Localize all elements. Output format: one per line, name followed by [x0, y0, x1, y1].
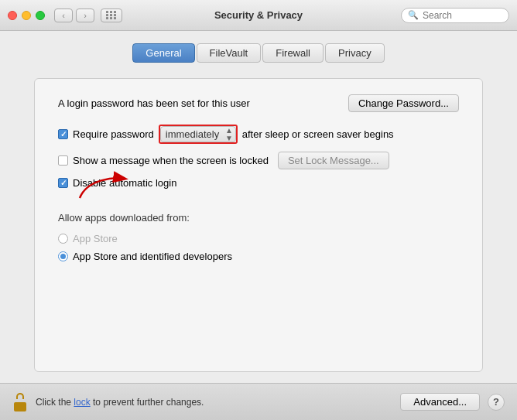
lock-text: Click the lock to prevent further change…: [36, 397, 392, 408]
login-password-text: A login password has been set for this u…: [58, 97, 250, 109]
content-area: General FileVault Firewall Privacy A log…: [0, 31, 517, 383]
require-password-label: Require password: [73, 128, 154, 140]
after-sleep-text: after sleep or screen saver begins: [242, 128, 394, 140]
lock-icon[interactable]: [12, 393, 28, 411]
disable-auto-login-checkbox[interactable]: [58, 178, 68, 188]
app-store-label: App Store: [73, 233, 118, 244]
immediately-dropdown[interactable]: immediately 5 seconds 1 minute 5 minutes…: [160, 126, 236, 142]
app-store-identified-radio[interactable]: [58, 251, 68, 261]
tab-bar: General FileVault Firewall Privacy: [132, 43, 384, 63]
forward-button[interactable]: ›: [76, 9, 94, 22]
nav-buttons: ‹ ›: [54, 9, 94, 22]
app-store-radio-row: App Store: [58, 233, 459, 244]
window-title: Security & Privacy: [214, 9, 303, 21]
tab-general[interactable]: General: [132, 43, 194, 63]
tab-firewall[interactable]: Firewall: [262, 43, 324, 63]
back-button[interactable]: ‹: [54, 9, 73, 22]
change-password-button[interactable]: Change Password...: [348, 94, 459, 112]
disable-auto-login-label: Disable automatic login: [73, 177, 176, 189]
allow-apps-title: Allow apps downloaded from:: [58, 212, 459, 224]
immediately-dropdown-wrapper: immediately 5 seconds 1 minute 5 minutes…: [159, 125, 238, 144]
set-lock-message-button[interactable]: Set Lock Message...: [278, 152, 389, 169]
show-message-label: Show a message when the screen is locked: [73, 155, 269, 166]
title-bar: ‹ › Security & Privacy 🔍: [0, 0, 517, 31]
lock-link[interactable]: lock: [74, 397, 90, 408]
grid-view-button[interactable]: [101, 9, 122, 22]
show-message-row: Show a message when the screen is locked…: [58, 152, 459, 169]
close-button[interactable]: [8, 11, 17, 20]
tab-privacy[interactable]: Privacy: [325, 43, 385, 63]
lock-shackle: [16, 393, 24, 399]
login-password-row: A login password has been set for this u…: [58, 94, 459, 112]
advanced-button[interactable]: Advanced...: [400, 393, 480, 411]
maximize-button[interactable]: [36, 11, 45, 20]
require-password-checkbox[interactable]: [58, 129, 68, 139]
allow-apps-section: Allow apps downloaded from: App Store Ap…: [58, 212, 459, 262]
minimize-button[interactable]: [22, 11, 31, 20]
tab-filevault[interactable]: FileVault: [197, 43, 262, 63]
settings-panel: A login password has been set for this u…: [34, 78, 483, 372]
show-message-checkbox[interactable]: [58, 155, 68, 166]
bottom-bar: Click the lock to prevent further change…: [0, 383, 517, 420]
app-store-radio[interactable]: [58, 234, 68, 244]
help-button[interactable]: ?: [488, 394, 505, 411]
search-icon: 🔍: [408, 10, 419, 20]
grid-icon: [106, 11, 117, 19]
app-store-identified-radio-row: App Store and identified developers: [58, 251, 459, 262]
dropdown-inner: immediately 5 seconds 1 minute 5 minutes…: [160, 126, 236, 142]
search-box[interactable]: 🔍: [401, 8, 509, 23]
search-input[interactable]: [423, 10, 502, 21]
traffic-lights: [8, 11, 45, 20]
app-store-identified-label: App Store and identified developers: [73, 251, 232, 262]
require-password-row: Require password immediately 5 seconds 1…: [58, 125, 459, 144]
disable-auto-login-row: Disable automatic login: [58, 177, 459, 189]
lock-body: [14, 402, 26, 411]
